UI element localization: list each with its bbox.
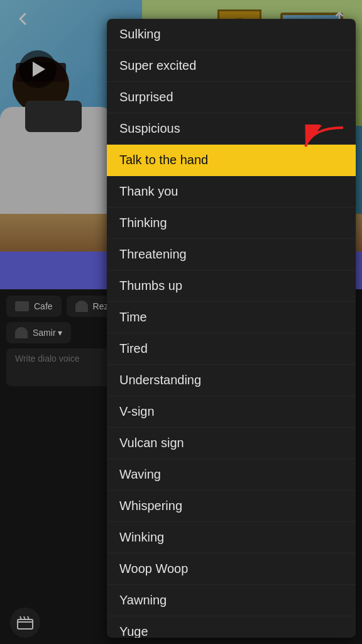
- menu-item-sulking[interactable]: Sulking: [107, 19, 356, 50]
- menu-item-tired[interactable]: Tired: [107, 333, 356, 365]
- menu-item-thinking[interactable]: Thinking: [107, 208, 356, 239]
- menu-item-vulcan-sign[interactable]: Vulcan sign: [107, 428, 356, 459]
- dropdown-menu[interactable]: SulkingSuper excitedSurprisedSuspiciousT…: [107, 19, 356, 638]
- menu-item-super-excited[interactable]: Super excited: [107, 50, 356, 82]
- menu-item-surprised[interactable]: Surprised: [107, 82, 356, 113]
- menu-item-v-sign[interactable]: V-sign: [107, 396, 356, 428]
- menu-item-thank-you[interactable]: Thank you: [107, 176, 356, 208]
- menu-item-time[interactable]: Time: [107, 302, 356, 333]
- menu-item-talk-to-the-hand[interactable]: Talk to the hand: [107, 145, 356, 176]
- menu-item-threatening[interactable]: Threatening: [107, 239, 356, 270]
- menu-item-suspicious[interactable]: Suspicious: [107, 113, 356, 145]
- menu-item-understanding[interactable]: Understanding: [107, 365, 356, 396]
- menu-item-woop-woop[interactable]: Woop Woop: [107, 553, 356, 585]
- menu-item-yuge[interactable]: Yuge: [107, 616, 356, 638]
- menu-item-whispering[interactable]: Whispering: [107, 491, 356, 522]
- menu-item-thumbs-up[interactable]: Thumbs up: [107, 270, 356, 302]
- menu-item-yawning[interactable]: Yawning: [107, 585, 356, 616]
- menu-item-waving[interactable]: Waving: [107, 459, 356, 491]
- menu-item-winking[interactable]: Winking: [107, 522, 356, 553]
